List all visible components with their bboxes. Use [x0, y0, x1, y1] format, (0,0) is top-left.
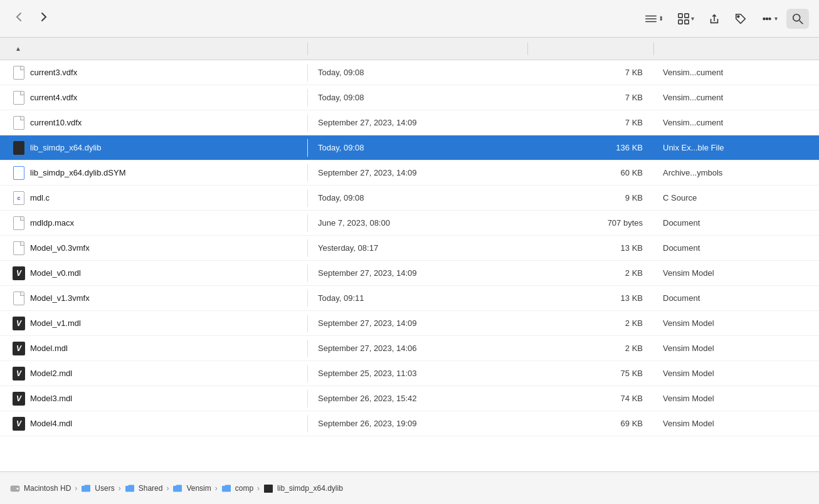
cell-kind: Document — [653, 243, 819, 253]
svg-point-10 — [766, 18, 768, 19]
col-separator-1 — [307, 43, 308, 55]
file-icon: V — [13, 341, 25, 356]
cell-kind: Vensim Model — [653, 369, 819, 378]
col-separator-2 — [527, 43, 528, 55]
table-row[interactable]: c mdl.c Today, 09:08 9 KB C Source — [0, 186, 819, 211]
cell-kind: Document — [653, 218, 819, 228]
vensim-icon: V — [13, 317, 25, 330]
file-icon — [13, 115, 25, 130]
sort-arrow-icon: ▲ — [15, 45, 21, 52]
file-list: current3.vdfx Today, 09:08 7 KB Vensim..… — [0, 60, 819, 471]
breadcrumb-item-vensim[interactable]: Vensim — [186, 484, 211, 493]
cell-name: current3.vdfx — [0, 65, 307, 80]
file-icon — [13, 291, 25, 306]
column-name-header[interactable]: ▲ — [0, 45, 307, 52]
forward-button[interactable] — [34, 9, 53, 28]
table-row[interactable]: mdldp.macx June 7, 2023, 08:00 707 bytes… — [0, 211, 819, 236]
breadcrumb-separator: › — [215, 484, 218, 493]
cell-size: 7 KB — [527, 68, 653, 77]
cell-name: V Model_v0.mdl — [0, 266, 307, 281]
cell-name: current10.vdfx — [0, 115, 307, 130]
file-icon — [13, 140, 25, 155]
cell-name: V Model_v1.mdl — [0, 316, 307, 331]
share-button[interactable] — [703, 9, 726, 29]
table-row[interactable]: lib_simdp_x64.dylib Today, 09:08 136 KB … — [0, 135, 819, 160]
cell-size: 74 KB — [527, 394, 653, 403]
list-view-button[interactable]: ⬍ — [640, 9, 668, 29]
vensim-icon: V — [13, 367, 25, 381]
svg-point-9 — [763, 18, 765, 19]
col-separator-3 — [653, 43, 654, 55]
cell-date: September 26, 2023, 15:42 — [308, 394, 527, 403]
cell-size: 9 KB — [527, 193, 653, 202]
table-row[interactable]: V Model.mdl September 27, 2023, 14:06 2 … — [0, 336, 819, 361]
table-row[interactable]: V Model_v1.mdl September 27, 2023, 14:09… — [0, 311, 819, 336]
more-button[interactable]: ▾ — [756, 9, 783, 29]
cell-kind: Vensim Model — [653, 344, 819, 353]
breadcrumb-item-lib_simdp_x64.dylib[interactable]: lib_simdp_x64.dylib — [277, 484, 343, 493]
breadcrumb-separator: › — [166, 484, 169, 493]
table-row[interactable]: current10.vdfx September 27, 2023, 14:09… — [0, 110, 819, 135]
file-name: Model.mdl — [30, 344, 68, 353]
table-row[interactable]: V Model2.mdl September 25, 2023, 11:03 7… — [0, 361, 819, 386]
breadcrumb-item-macintosh-hd[interactable]: Macintosh HD — [24, 484, 71, 493]
grid-view-button[interactable]: ▾ — [672, 9, 699, 29]
cell-date: Today, 09:11 — [308, 293, 527, 303]
file-name: lib_simdp_x64.dylib.dSYM — [30, 168, 125, 177]
status-bar: Macintosh HD›Users›Shared›Vensim›comp›li… — [0, 471, 819, 504]
svg-point-15 — [17, 488, 19, 490]
tag-button[interactable] — [729, 9, 752, 29]
cell-name: V Model4.mdl — [0, 416, 307, 431]
svg-rect-4 — [685, 13, 689, 17]
file-icon — [13, 216, 25, 231]
generic-file-icon — [13, 291, 24, 305]
file-name: Model_v0.3vmfx — [30, 243, 90, 253]
table-row[interactable]: Model_v0.3vmfx Yesterday, 08:17 13 KB Do… — [0, 236, 819, 261]
table-row[interactable]: lib_simdp_x64.dylib.dSYM September 27, 2… — [0, 160, 819, 186]
table-row[interactable]: V Model_v0.mdl September 27, 2023, 14:09… — [0, 261, 819, 286]
generic-file-icon — [13, 91, 24, 105]
cell-size: 707 bytes — [527, 218, 653, 228]
cell-date: September 27, 2023, 14:09 — [308, 268, 527, 278]
table-row[interactable]: V Model3.mdl September 26, 2023, 15:42 7… — [0, 386, 819, 411]
cell-name: current4.vdfx — [0, 90, 307, 105]
cell-kind: Archive...ymbols — [653, 168, 819, 177]
back-button[interactable] — [10, 9, 29, 28]
table-row[interactable]: V Model4.mdl September 26, 2023, 19:09 6… — [0, 411, 819, 436]
share-icon — [708, 13, 721, 25]
svg-rect-3 — [679, 13, 682, 17]
cell-date: September 25, 2023, 11:03 — [308, 369, 527, 378]
file-name: current3.vdfx — [30, 68, 77, 77]
column-headers: ▲ — [0, 38, 819, 60]
cell-kind: Unix Ex...ble File — [653, 143, 819, 152]
cell-size: 2 KB — [527, 344, 653, 353]
cell-date: September 27, 2023, 14:09 — [308, 168, 527, 177]
breadcrumb-item-comp[interactable]: comp — [235, 484, 253, 493]
cell-kind: Vensim Model — [653, 318, 819, 328]
file-icon — [13, 65, 25, 80]
table-row[interactable]: Model_v1.3vmfx Today, 09:11 13 KB Docume… — [0, 286, 819, 311]
cell-name: lib_simdp_x64.dylib.dSYM — [0, 165, 307, 181]
breadcrumb-icon-shared — [125, 483, 135, 493]
cell-date: Yesterday, 08:17 — [308, 243, 527, 253]
breadcrumb-item-users[interactable]: Users — [95, 484, 114, 493]
cell-name: c mdl.c — [0, 191, 307, 206]
cell-kind: C Source — [653, 193, 819, 202]
table-row[interactable]: current4.vdfx Today, 09:08 7 KB Vensim..… — [0, 85, 819, 110]
file-icon: V — [13, 366, 25, 381]
cell-kind: Document — [653, 293, 819, 303]
cell-date: September 27, 2023, 14:06 — [308, 344, 527, 353]
cell-kind: Vensim Model — [653, 268, 819, 278]
svg-rect-5 — [679, 19, 682, 23]
table-row[interactable]: current3.vdfx Today, 09:08 7 KB Vensim..… — [0, 60, 819, 85]
generic-file-icon — [13, 216, 24, 230]
svg-point-8 — [737, 16, 739, 18]
cell-date: Today, 09:08 — [308, 68, 527, 77]
search-icon — [791, 13, 804, 25]
file-name: Model2.mdl — [30, 369, 72, 378]
generic-file-icon — [13, 116, 24, 130]
search-button[interactable] — [786, 9, 809, 29]
breadcrumb-item-shared[interactable]: Shared — [139, 484, 163, 493]
cell-name: V Model3.mdl — [0, 391, 307, 406]
toolbar: ⬍ ▾ — [0, 0, 819, 38]
